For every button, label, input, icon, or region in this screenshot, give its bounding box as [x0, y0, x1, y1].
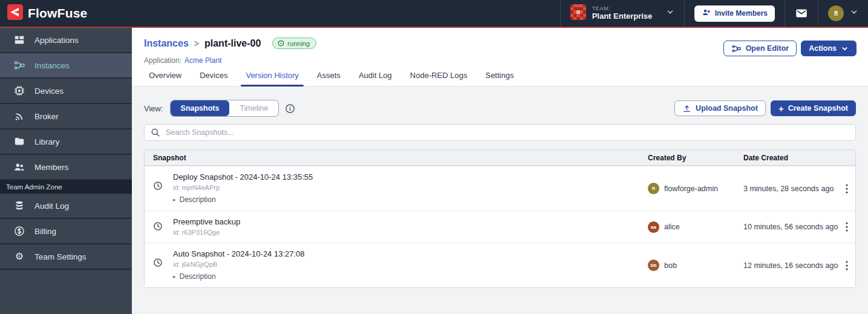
- open-editor-label: Open Editor: [746, 44, 789, 53]
- snapshots-table: Snapshot Created By Date Created Deplo: [144, 149, 856, 288]
- open-editor-button[interactable]: Open Editor: [723, 41, 797, 56]
- chevron-down-icon: [841, 45, 849, 53]
- sidebar-item-applications[interactable]: Applications: [0, 28, 132, 53]
- search-bar: [144, 124, 856, 141]
- tab-node-red-logs[interactable]: Node-RED Logs: [409, 71, 469, 87]
- actions-button[interactable]: Actions: [801, 41, 857, 56]
- date-created: 10 minutes, 56 seconds ago: [743, 223, 838, 231]
- kebab-menu-icon[interactable]: [838, 220, 855, 234]
- gear-icon: ⚙: [13, 250, 25, 263]
- sidebar-item-label: Members: [34, 163, 68, 172]
- status-dot-icon: [278, 40, 284, 47]
- instance-tabs: Overview Devices Version History Assets …: [148, 71, 515, 87]
- table-header: Snapshot Created By Date Created: [145, 150, 855, 166]
- flowfuse-logo[interactable]: FlowFuse: [0, 4, 94, 22]
- instances-icon: [13, 59, 25, 71]
- instance-header: Instances > plant-live-00 running Applic…: [132, 28, 868, 87]
- column-date-created: Date Created: [743, 154, 838, 162]
- sidebar-item-broker[interactable]: Broker: [0, 104, 132, 129]
- snapshot-id: id: mjeN4eAPrp: [173, 184, 313, 191]
- view-label: View:: [144, 104, 163, 113]
- view-toggle-snapshots[interactable]: Snapshots: [171, 100, 230, 116]
- editor-flow-icon: [731, 44, 742, 54]
- sidebar: Applications Instances Devices Broker: [0, 28, 132, 314]
- status-badge: running: [272, 38, 316, 49]
- tab-audit-log[interactable]: Audit Log: [357, 71, 393, 87]
- tab-version-history[interactable]: Version History: [244, 71, 299, 87]
- folder-icon: [13, 136, 25, 148]
- column-created-by: Created By: [648, 154, 743, 162]
- team-selector[interactable]: TEAM: Plant Enterprise: [560, 0, 684, 27]
- breadcrumb: Instances > plant-live-00 running: [144, 38, 316, 49]
- table-row: Preemptive backup id: r63P316Qge aa alic…: [145, 211, 855, 243]
- tab-settings[interactable]: Settings: [484, 71, 515, 87]
- application-line: Application: Acme Plant: [144, 56, 221, 65]
- tab-overview[interactable]: Overview: [148, 71, 183, 87]
- chevron-right-icon: >: [194, 39, 199, 48]
- chevron-down-icon: [850, 8, 858, 19]
- sidebar-item-library[interactable]: Library: [0, 129, 132, 155]
- clock-icon: [153, 258, 163, 270]
- sidebar-item-label: Library: [34, 137, 59, 146]
- search-icon: [151, 128, 160, 137]
- creator-name: bob: [664, 261, 677, 270]
- snapshot-title: Preemptive backup: [173, 217, 240, 226]
- caret-right-icon: ▸: [173, 274, 176, 280]
- invite-members-section: Invite Members: [684, 0, 785, 27]
- search-input[interactable]: [166, 128, 849, 137]
- notifications-section: [785, 0, 818, 27]
- sidebar-item-audit-log[interactable]: Audit Log: [0, 194, 132, 219]
- user-avatar: fl: [828, 5, 844, 21]
- create-snapshot-label: Create Snapshot: [788, 104, 848, 113]
- sidebar-item-label: Broker: [34, 112, 59, 121]
- kebab-menu-icon[interactable]: [838, 258, 855, 273]
- clock-icon: [153, 221, 163, 234]
- chip-icon: [13, 85, 25, 97]
- sidebar-item-label: Applications: [34, 36, 79, 45]
- actions-label: Actions: [809, 44, 837, 53]
- breadcrumb-instances-link[interactable]: Instances: [144, 38, 189, 49]
- description-toggle[interactable]: ▸ Description: [173, 272, 305, 281]
- application-link[interactable]: Acme Plant: [184, 56, 221, 65]
- database-icon: [13, 200, 25, 212]
- mail-icon[interactable]: [795, 7, 808, 20]
- creator-avatar: fl: [648, 183, 659, 194]
- invite-members-button[interactable]: Invite Members: [694, 5, 775, 22]
- applications-icon: [13, 34, 25, 46]
- main-area: Instances > plant-live-00 running Applic…: [132, 28, 868, 314]
- team-identicon: [570, 4, 586, 22]
- description-label: Description: [180, 272, 216, 281]
- snapshot-title: Deploy Snapshot - 2024-10-24 13:35:55: [173, 172, 313, 182]
- sidebar-item-label: Audit Log: [34, 201, 69, 211]
- info-icon[interactable]: [285, 103, 295, 114]
- sidebar-item-members[interactable]: Members: [0, 155, 132, 180]
- team-name: Plant Enterprise: [592, 12, 653, 21]
- sidebar-item-devices[interactable]: Devices: [0, 79, 132, 104]
- upload-snapshot-button[interactable]: Upload Snapshot: [674, 100, 766, 116]
- snapshot-id: id: j6kNGjrQpB: [173, 261, 305, 268]
- create-snapshot-button[interactable]: + Create Snapshot: [771, 100, 856, 116]
- brand-name: FlowFuse: [28, 6, 87, 21]
- version-history-content: View: Snapshots Timeline Upload Sn: [132, 87, 868, 314]
- sidebar-item-team-settings[interactable]: ⚙ Team Settings: [0, 244, 132, 270]
- table-row: Auto Snapshot - 2024-10-24 13:27:08 id: …: [145, 243, 855, 287]
- sidebar-item-instances[interactable]: Instances: [0, 53, 132, 79]
- tab-devices[interactable]: Devices: [198, 71, 229, 87]
- flowfuse-app: FlowFuse: [0, 0, 868, 314]
- kebab-menu-icon[interactable]: [838, 182, 855, 196]
- sidebar-item-label: Team Settings: [34, 252, 86, 261]
- view-toggle-timeline[interactable]: Timeline: [229, 100, 278, 116]
- sidebar-item-billing[interactable]: Billing: [0, 219, 132, 244]
- user-menu[interactable]: fl: [818, 0, 868, 27]
- users-icon: [13, 161, 25, 173]
- chevron-down-icon: [666, 8, 674, 19]
- description-label: Description: [180, 195, 216, 204]
- column-snapshot: Snapshot: [145, 154, 648, 162]
- team-admin-zone-header: Team Admin Zone: [0, 180, 132, 194]
- tab-assets[interactable]: Assets: [316, 71, 342, 87]
- signal-icon: [13, 110, 25, 122]
- sidebar-item-label: Instances: [34, 61, 70, 70]
- invite-members-label: Invite Members: [715, 9, 768, 18]
- description-toggle[interactable]: ▸ Description: [173, 195, 313, 204]
- table-row: Deploy Snapshot - 2024-10-24 13:35:55 id…: [145, 166, 855, 211]
